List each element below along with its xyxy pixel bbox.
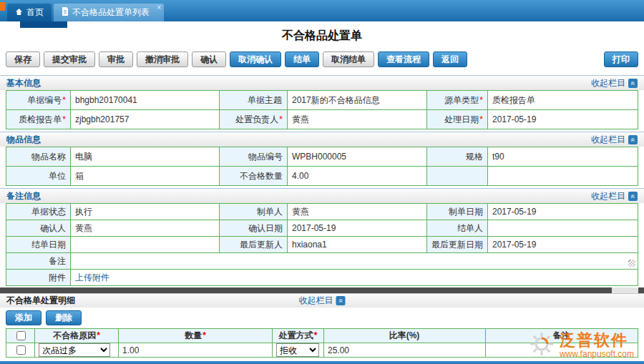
toolbar: 保存 提交审批 审批 撤消审批 确认 取消确认 结单 取消结单 查看流程 返回 … [0, 49, 644, 73]
collapse-up-icon: « [628, 79, 638, 88]
delete-row-button[interactable]: 删除 [46, 310, 82, 325]
field-item-no-label: 物品编号 [220, 147, 288, 167]
field-last-update-date-label: 最后更新日期 [427, 237, 488, 253]
section-detail-header: 不合格单处置明细 收起栏目 « [0, 293, 644, 308]
upload-attachment-link[interactable]: 上传附件 [75, 272, 109, 282]
tab-home-label: 首页 [26, 6, 44, 19]
ratio-cell: 25.00 [324, 343, 486, 358]
approve-button[interactable]: 审批 [99, 51, 133, 67]
attachment-cell: 上传附件 [71, 270, 638, 286]
field-handle-date-value: 2017-05-19 [488, 110, 638, 129]
close-icon[interactable]: × [157, 4, 161, 12]
cancel-close-button[interactable]: 取消结单 [323, 51, 374, 67]
field-qc-report-label: 质检报告单* [6, 110, 71, 129]
field-doc-no-label: 单据编号* [6, 91, 71, 110]
collapse-up-icon: « [336, 296, 346, 305]
method-cell: 拒收 [273, 343, 324, 358]
section-detail-title: 不合格单处置明细 [6, 295, 75, 307]
field-doc-no-value: bhgbh20170041 [71, 91, 220, 110]
document-icon [62, 7, 69, 18]
close-order-button[interactable]: 结单 [285, 51, 319, 67]
section-items-title: 物品信息 [6, 134, 41, 146]
submit-approval-button[interactable]: 提交审批 [44, 51, 95, 67]
field-creator-value: 黄燕 [288, 204, 427, 220]
field-empty-label [427, 167, 488, 186]
col-ratio-header: 比率(%) [324, 329, 486, 343]
horizontal-scrollbar[interactable] [0, 287, 644, 293]
tab-shadow-decor [20, 21, 67, 28]
field-nc-qty-label: 不合格数量 [220, 167, 288, 186]
view-flow-button[interactable]: 查看流程 [378, 51, 429, 67]
tab-bar: 首页 不合格品处置单列表 × [0, 0, 644, 21]
field-source-type-value: 质检报告单 [488, 91, 638, 110]
col-qty-header: 数量* [119, 329, 273, 343]
remark-cell [486, 343, 638, 358]
detail-table: 不合格原因* 数量* 处置方式* 比率(%) 备注 次品过多 1.00 拒收 2… [6, 328, 638, 358]
field-last-updater-value: hxiaona1 [288, 237, 427, 253]
tab-home[interactable]: 首页 [7, 4, 52, 21]
save-button[interactable]: 保存 [6, 51, 40, 67]
resize-handle[interactable] [628, 260, 635, 267]
field-closer-label: 结单人 [427, 220, 488, 237]
section-basic-title: 基本信息 [6, 77, 41, 89]
table-basic-info: 单据编号* bhgbh20170041 单据主题 2017新的不合格品信息 源单… [6, 90, 638, 129]
scrollbar-thumb[interactable] [0, 287, 612, 293]
field-unit-label: 单位 [6, 167, 71, 186]
field-closer-value [488, 220, 638, 237]
select-all-cell [6, 329, 35, 343]
reason-select[interactable]: 次品过多 [39, 343, 110, 357]
select-all-checkbox[interactable] [16, 331, 26, 340]
field-close-date-label: 结单日期 [6, 237, 71, 253]
field-spec-label: 规格 [427, 147, 488, 167]
home-icon [15, 8, 23, 18]
field-unit-value: 箱 [71, 167, 220, 186]
bottom-strip-decor [0, 361, 644, 364]
detail-toolbar: 添加 删除 [0, 308, 644, 328]
collapse-toggle-detail[interactable]: 收起栏目 « [299, 295, 346, 307]
scrollbar-corner [638, 287, 644, 293]
collapse-up-icon: « [628, 135, 638, 144]
field-item-name-label: 物品名称 [6, 147, 71, 167]
collapse-toggle-remarks[interactable]: 收起栏目 « [591, 190, 638, 202]
collapse-up-icon: « [628, 192, 638, 201]
field-last-update-date-value: 2017-05-19 [488, 237, 638, 253]
field-source-type-label: 源单类型* [427, 91, 488, 110]
back-button[interactable]: 返回 [433, 51, 467, 67]
field-attachment-label: 附件 [6, 270, 71, 286]
row-select-cell [6, 343, 35, 358]
title-row: 不合格品处置单 [0, 21, 644, 49]
method-select[interactable]: 拒收 [276, 343, 319, 357]
field-confirm-date-value: 2017-05-19 [288, 220, 427, 237]
add-row-button[interactable]: 添加 [6, 310, 42, 325]
app-window: 首页 不合格品处置单列表 × 不合格品处置单 保存 提交审批 审批 撤消审批 确… [0, 0, 644, 364]
field-nc-qty-value: 4.00 [288, 167, 427, 186]
field-doc-subject-value: 2017新的不合格品信息 [288, 91, 427, 110]
corner-logo [0, 2, 5, 11]
field-close-date-value [71, 237, 220, 253]
reason-cell: 次品过多 [35, 343, 119, 358]
field-create-date-value: 2017-05-19 [488, 204, 638, 220]
print-button[interactable]: 打印 [604, 51, 638, 67]
cancel-confirm-button[interactable]: 取消确认 [230, 51, 281, 67]
col-reason-header: 不合格原因* [35, 329, 119, 343]
row-checkbox[interactable] [16, 345, 26, 355]
field-confirmer-label: 确认人 [6, 220, 71, 237]
collapse-toggle-basic[interactable]: 收起栏目 « [591, 77, 638, 89]
remark-textarea[interactable] [71, 253, 638, 270]
field-remark-label: 备注 [6, 253, 71, 270]
field-doc-status-label: 单据状态 [6, 204, 71, 220]
field-handler-label: 处置负责人* [220, 110, 288, 129]
revoke-approval-button[interactable]: 撤消审批 [137, 51, 188, 67]
table-remarks-info: 单据状态 执行 制单人 黄燕 制单日期 2017-05-19 确认人 黄燕 确认… [6, 203, 638, 286]
confirm-button[interactable]: 确认 [192, 51, 226, 67]
detail-header-row: 不合格原因* 数量* 处置方式* 比率(%) 备注 [6, 329, 638, 343]
collapse-toggle-items[interactable]: 收起栏目 « [591, 134, 638, 146]
field-empty-value [488, 167, 638, 186]
detail-data-row: 次品过多 1.00 拒收 25.00 [6, 343, 638, 358]
field-creator-label: 制单人 [220, 204, 288, 220]
page-title: 不合格品处置单 [282, 21, 362, 50]
field-handler-value: 黄燕 [288, 110, 427, 129]
tab-disposal-list[interactable]: 不合格品处置单列表 × [54, 4, 164, 21]
qty-cell: 1.00 [119, 343, 273, 358]
section-remarks-title: 备注信息 [6, 190, 41, 202]
